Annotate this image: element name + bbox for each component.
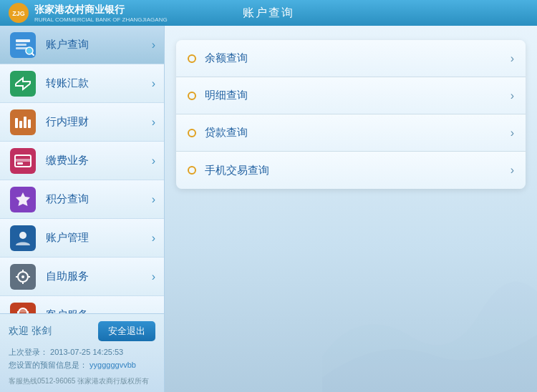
- payment-icon: [9, 147, 37, 175]
- chevron-icon-account-manage: ›: [152, 232, 155, 245]
- sidebar-item-self-service[interactable]: 自助服务 ›: [0, 258, 164, 296]
- mobile-tx-query-item[interactable]: 手机交易查询 ›: [176, 152, 526, 189]
- svg-point-24: [21, 275, 24, 278]
- logo: ZJG 张家港农村商业银行 RURAL COMMERCIAL BANK OF Z…: [9, 3, 168, 23]
- balance-query-label: 余额查询: [205, 52, 511, 65]
- sidebar-item-label-transfer: 转账汇款: [46, 77, 152, 90]
- svg-point-21: [19, 232, 26, 239]
- loan-chevron-icon: ›: [511, 127, 514, 139]
- sidebar-item-label-customer-service: 客户服务: [46, 308, 152, 313]
- svg-rect-32: [26, 311, 29, 313]
- sidebar-item-points[interactable]: 积分查询 ›: [0, 180, 164, 219]
- account-query-menu: 余额查询 › 明细查询 › 贷款查询 › 手机交易查询 ›: [176, 40, 526, 189]
- chevron-icon-account-query: ›: [152, 39, 155, 52]
- logo-sub-text: RURAL COMMERCIAL BANK OF ZHANGJIAGANG: [34, 16, 168, 23]
- chevron-icon-transfer: ›: [152, 77, 155, 90]
- svg-rect-4: [16, 44, 26, 46]
- sidebar-item-label-payment: 缴费业务: [46, 154, 152, 167]
- main-layout: 账户查询 › 转账汇款 ›: [0, 26, 537, 392]
- sidebar-item-payment[interactable]: 缴费业务 ›: [0, 142, 164, 180]
- chevron-icon-self-service: ›: [152, 270, 155, 283]
- logo-main-text: 张家港农村商业银行: [34, 4, 168, 16]
- svg-rect-31: [17, 311, 19, 313]
- last-login-label: 上次登录：: [9, 348, 48, 356]
- svg-text:ZJG: ZJG: [12, 10, 25, 17]
- chevron-icon-customer-service: ›: [152, 309, 155, 313]
- sidebar-item-label-account-query: 账户查询: [46, 38, 152, 52]
- sidebar-menu: 账户查询 › 转账汇款 ›: [0, 26, 164, 313]
- logo-text-block: 张家港农村商业银行 RURAL COMMERCIAL BANK OF ZHANG…: [34, 4, 168, 23]
- account-manage-icon: [9, 224, 37, 253]
- svg-rect-11: [19, 121, 22, 128]
- points-icon: [9, 185, 37, 214]
- transfer-icon: [9, 69, 37, 98]
- sidebar-item-label-wealth: 行内理财: [46, 115, 152, 129]
- detail-query-item[interactable]: 明细查询 ›: [176, 77, 526, 114]
- sidebar-item-label-account-manage: 账户管理: [46, 231, 152, 245]
- chevron-icon-payment: ›: [152, 155, 155, 167]
- detail-query-label: 明细查询: [205, 89, 511, 102]
- svg-rect-10: [15, 118, 18, 128]
- last-login-info: 上次登录： 2013-07-25 14:25:53: [9, 346, 155, 359]
- footer-top: 欢迎 张剑 安全退出: [9, 321, 155, 341]
- mobile-tx-query-label: 手机交易查询: [205, 164, 511, 177]
- sidebar-item-account-manage[interactable]: 账户管理 ›: [0, 219, 164, 258]
- welcome-text: 欢迎 张剑: [9, 325, 52, 338]
- sidebar-item-customer-service[interactable]: 客户服务 ›: [0, 296, 164, 313]
- svg-rect-17: [17, 162, 23, 165]
- reservation-value[interactable]: yygggggvvbb: [90, 361, 136, 369]
- svg-rect-8: [10, 71, 36, 97]
- app-header: ZJG 张家港农村商业银行 RURAL COMMERCIAL BANK OF Z…: [0, 0, 537, 26]
- logo-icon: ZJG: [9, 3, 29, 23]
- balance-query-item[interactable]: 余额查询 ›: [176, 40, 526, 77]
- footer-info: 上次登录： 2013-07-25 14:25:53 您设置的预留信息是： yyg…: [9, 346, 155, 372]
- balance-dot: [188, 54, 196, 63]
- hotline-text: 客服热线0512-96065 张家港农商行版权所有: [9, 376, 155, 386]
- self-service-icon: [9, 263, 37, 291]
- svg-rect-13: [28, 119, 31, 128]
- reservation-label: 您设置的预留信息是：: [9, 361, 87, 369]
- background-decoration: [322, 249, 537, 392]
- content-area: 余额查询 › 明细查询 › 贷款查询 › 手机交易查询 ›: [165, 26, 537, 392]
- sidebar-item-account-query[interactable]: 账户查询 ›: [0, 26, 164, 64]
- sidebar-item-label-self-service: 自助服务: [46, 270, 152, 283]
- chevron-icon-points: ›: [152, 193, 155, 206]
- sidebar-item-transfer[interactable]: 转账汇款 ›: [0, 64, 164, 103]
- page-title: 账户查询: [243, 6, 294, 21]
- reservation-info: 您设置的预留信息是： yygggggvvbb: [9, 358, 155, 372]
- sidebar: 账户查询 › 转账汇款 ›: [0, 26, 165, 392]
- sidebar-item-label-points: 积分查询: [46, 192, 152, 206]
- logout-button[interactable]: 安全退出: [98, 321, 155, 341]
- balance-chevron-icon: ›: [511, 52, 514, 65]
- sidebar-item-wealth[interactable]: 行内理财 ›: [0, 103, 164, 142]
- customer-service-icon: [9, 301, 37, 313]
- svg-rect-9: [10, 109, 36, 135]
- svg-rect-3: [16, 39, 30, 42]
- mobile-tx-dot: [188, 166, 196, 175]
- loan-query-item[interactable]: 贷款查询 ›: [176, 114, 526, 152]
- detail-dot: [188, 92, 196, 100]
- wealth-icon: [9, 108, 37, 137]
- detail-chevron-icon: ›: [511, 89, 514, 102]
- chevron-icon-wealth: ›: [152, 116, 155, 129]
- mobile-tx-chevron-icon: ›: [511, 164, 514, 177]
- last-login-time: 2013-07-25 14:25:53: [50, 348, 123, 356]
- loan-query-label: 贷款查询: [205, 126, 511, 139]
- account-query-icon: [9, 31, 37, 59]
- svg-rect-16: [15, 159, 31, 162]
- sidebar-footer: 欢迎 张剑 安全退出 上次登录： 2013-07-25 14:25:53 您设置…: [0, 313, 164, 392]
- svg-rect-12: [24, 117, 26, 128]
- loan-dot: [188, 129, 196, 137]
